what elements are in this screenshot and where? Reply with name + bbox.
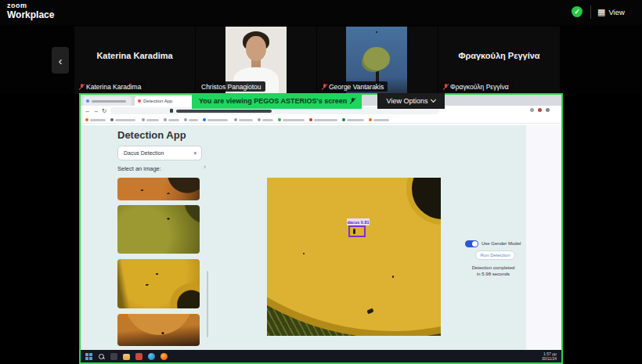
participant-name-chip: Christos Panagiotou (197, 81, 265, 92)
view-layout-button[interactable]: ▦ View (597, 5, 625, 19)
firefox-browser-icon[interactable] (160, 353, 168, 360)
toggle-label: Use Gender Model (482, 241, 521, 246)
participant-name-label: Φραγκούλη Ρεγγίνα (450, 83, 509, 91)
bookmarks-bar (81, 116, 561, 124)
chevron-down-icon (431, 97, 436, 103)
logo-line2: Workplace (7, 10, 54, 20)
image-thumbnail-2[interactable] (117, 205, 200, 254)
task-view-icon[interactable] (110, 353, 117, 360)
participant-display-name: Φραγκούλη Ρεγγίνα (438, 51, 560, 60)
profile-avatar-icon[interactable] (546, 108, 550, 112)
bookmark-item[interactable] (203, 118, 228, 121)
chevron-right-icon: › (204, 163, 206, 171)
bookmark-item[interactable] (278, 118, 305, 121)
browser-tab-detection-app[interactable]: Detection App (135, 96, 194, 106)
lock-icon (170, 109, 173, 113)
photo-speck (376, 31, 377, 33)
detection-box-label: dacus 0.81 (347, 218, 370, 225)
select-image-label: Select an image: (117, 165, 161, 172)
tab-title: Detection App (143, 99, 172, 103)
shared-screen-region: Detection App + ← → ↻ (79, 93, 563, 364)
meeting-security-shield-icon: ✓ (572, 6, 582, 17)
photo-tree-canopy (363, 47, 390, 70)
view-options-button[interactable]: View Options (377, 93, 445, 109)
filmstrip-prev-button[interactable]: ‹ (52, 47, 69, 74)
bookmark-item[interactable] (342, 118, 364, 121)
participant-name-label: Katerina Karadima (86, 83, 141, 91)
image-thumbnail-4[interactable] (117, 314, 200, 346)
chevron-left-icon: ‹ (59, 54, 63, 67)
grid-view-icon: ▦ (597, 8, 605, 16)
run-detection-button[interactable]: Run Detection (475, 250, 515, 260)
detection-status-text: Detection completed in 5.98 seconds (459, 265, 528, 278)
topbar-divider (590, 5, 591, 19)
status-line1: Detection completed (459, 265, 528, 271)
search-icon[interactable] (98, 353, 105, 360)
view-options-label: View Options (387, 97, 428, 105)
thumbnail-scrollbar[interactable] (207, 271, 208, 337)
bookmark-item[interactable] (85, 118, 106, 121)
detection-bounding-box (348, 225, 366, 237)
banner-text: You are viewing PEGOS ASTERIOS's screen (199, 97, 347, 105)
participant-name-chip: Katerina Karadima (76, 81, 145, 92)
detection-result-image: dacus 0.81 (267, 178, 441, 336)
participant-name-label: Christos Panagiotou (201, 83, 261, 91)
zoom-workplace-logo: zoom Workplace (7, 2, 54, 20)
extension-icon[interactable] (538, 108, 542, 112)
bookmark-item[interactable] (142, 118, 159, 121)
windows-start-icon[interactable] (85, 353, 92, 360)
insect-speck (392, 276, 394, 278)
model-select-value: Dacus Detection (118, 150, 193, 156)
participant-tile-katerina[interactable]: Katerina Karadima Katerina Karadima (74, 27, 195, 94)
edge-browser-icon[interactable] (148, 353, 155, 360)
extension-icon[interactable] (530, 108, 534, 112)
muted-mic-icon (80, 84, 84, 90)
url-text-unreadable (176, 110, 272, 113)
browser-tab-1[interactable] (83, 96, 132, 106)
zoom-top-bar: zoom Workplace ✓ ▦ View (0, 0, 642, 25)
toggle-knob (472, 241, 478, 247)
taskbar-clock[interactable]: 1:57 μμ 30/11/24 (542, 351, 557, 362)
insect-speck (303, 253, 305, 254)
participant-display-name: Katerina Karadima (74, 51, 195, 60)
image-thumbnail-1[interactable] (117, 178, 200, 200)
logo-line1: zoom (7, 2, 54, 9)
windows-taskbar: 1:57 μμ 30/11/24 (81, 350, 561, 362)
participant-name-chip: George Vantarakis (319, 81, 388, 92)
bookmark-item[interactable] (234, 118, 253, 121)
streamlit-icon (138, 99, 141, 103)
tab-favicon (86, 99, 89, 103)
presenter-muted-mic-icon (351, 98, 355, 104)
screen-share-banner: You are viewing PEGOS ASTERIOS's screen (192, 93, 362, 109)
model-select-dropdown[interactable]: Dacus Detection ▾ (117, 146, 202, 160)
bookmark-item[interactable] (369, 118, 389, 121)
bookmark-item[interactable] (309, 118, 337, 121)
participant-name-chip: Φραγκούλη Ρεγγίνα (440, 81, 513, 92)
muted-mic-icon (444, 84, 448, 90)
page-right-margin (526, 125, 561, 350)
reload-icon[interactable]: ↻ (102, 107, 106, 114)
bookmark-item[interactable] (164, 118, 179, 121)
image-thumbnail-3[interactable] (117, 259, 200, 308)
view-button-label: View (608, 8, 624, 16)
clock-date: 30/11/24 (542, 356, 557, 361)
bookmark-item[interactable] (258, 118, 273, 121)
participant-filmstrip: ‹ Katerina Karadima Katerina Karadima Ch… (0, 25, 642, 95)
participant-tile-christos[interactable]: Christos Panagiotou (196, 27, 316, 94)
bookmark-item[interactable] (110, 118, 135, 121)
file-explorer-icon[interactable] (123, 354, 130, 360)
status-line2: in 5.98 seconds (459, 271, 528, 277)
tab-title-unreadable (92, 100, 126, 103)
photo-face (246, 36, 266, 61)
forward-icon[interactable]: → (93, 107, 99, 114)
participant-tile-george[interactable]: George Vantarakis (317, 27, 438, 94)
participant-tile-fragkouli[interactable]: Φραγκούλη Ρεγγίνα Φραγκούλη Ρεγγίνα (438, 27, 560, 94)
participant-name-label: George Vantarakis (329, 83, 384, 91)
check-icon: ✓ (574, 8, 580, 16)
zoom-meeting-window: zoom Workplace ✓ ▦ View ‹ Katerina Karad… (0, 0, 642, 364)
chevron-down-icon: ▾ (193, 150, 201, 157)
taskbar-app-icon[interactable] (135, 353, 142, 360)
gender-model-toggle[interactable] (465, 240, 478, 247)
back-icon[interactable]: ← (85, 107, 91, 114)
bookmark-item[interactable] (184, 118, 198, 121)
